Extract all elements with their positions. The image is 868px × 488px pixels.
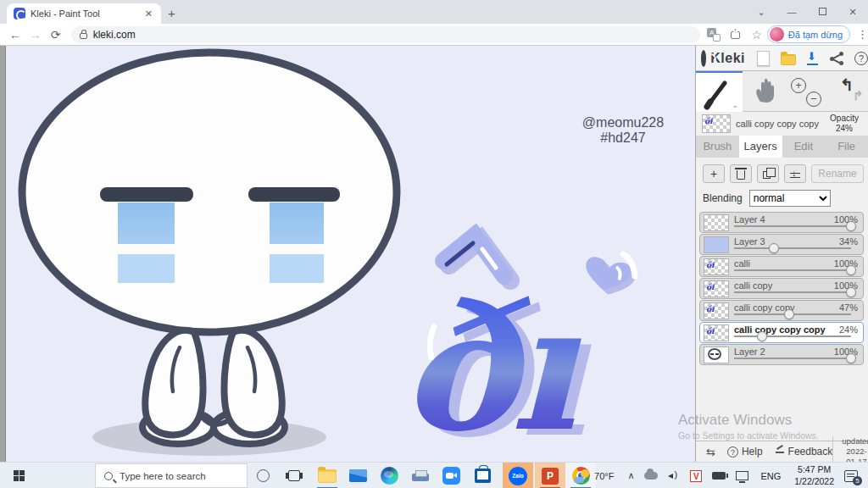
feedback-button[interactable]: Feedback xyxy=(775,446,833,458)
volume-icon[interactable] xyxy=(668,471,680,481)
zoom-out-button[interactable]: − xyxy=(806,92,821,107)
opacity-slider[interactable] xyxy=(734,225,851,227)
rename-layer-button[interactable]: Rename xyxy=(811,164,864,183)
start-button[interactable] xyxy=(0,463,39,488)
tab-file[interactable]: File xyxy=(825,136,868,158)
hidden-icons-chevron-icon[interactable]: ∧ xyxy=(627,470,634,481)
tab-layers[interactable]: Layers xyxy=(739,136,782,158)
battery-icon[interactable] xyxy=(712,472,726,480)
blending-select[interactable]: normal xyxy=(749,190,831,207)
onedrive-icon[interactable] xyxy=(644,472,658,480)
layer-row[interactable]: Layer 2 100% xyxy=(699,344,864,365)
download-icon[interactable] xyxy=(807,51,819,66)
browser-menu-icon[interactable]: ⋮ xyxy=(857,28,868,41)
layer-row[interactable]: ồi calli copy copy 47% xyxy=(699,300,864,321)
opacity-slider[interactable] xyxy=(734,313,851,315)
zalo-icon: Zalo xyxy=(509,467,527,485)
redo-button[interactable]: ↱ xyxy=(853,88,864,103)
layer-row-selected[interactable]: ồi calli copy copy copy 24% xyxy=(699,322,864,343)
mini-face-icon xyxy=(708,348,721,360)
merge-layer-button[interactable] xyxy=(784,164,806,183)
brush-options-chevron-icon[interactable]: ⌄ xyxy=(732,101,738,109)
unikey-icon[interactable]: V xyxy=(690,470,702,482)
opacity-slider[interactable] xyxy=(734,269,851,271)
open-folder-icon[interactable] xyxy=(781,54,796,65)
cortana-button[interactable] xyxy=(257,469,270,482)
close-button[interactable]: ✕ xyxy=(837,7,868,18)
window-controls: ⌄ — ✕ xyxy=(746,0,868,24)
hand-icon xyxy=(754,78,777,103)
hand-tool-button[interactable] xyxy=(754,78,777,105)
edge-icon xyxy=(381,467,398,485)
notification-center-button[interactable]: 5 xyxy=(844,470,858,482)
delete-layer-button[interactable] xyxy=(730,164,752,183)
forward-button[interactable]: → xyxy=(25,28,46,42)
maximize-button[interactable] xyxy=(807,7,837,17)
browser-tab[interactable]: Kleki - Paint Tool ✕ xyxy=(7,3,161,24)
taskbar-search[interactable]: Type here to search xyxy=(95,463,248,488)
layer-row[interactable]: Layer 3 34% xyxy=(699,234,864,255)
character-head xyxy=(22,53,397,332)
help-button[interactable]: ? Help xyxy=(727,446,763,458)
powerpoint-button[interactable]: P xyxy=(535,463,565,488)
task-view-button[interactable] xyxy=(288,470,300,481)
avatar xyxy=(770,27,784,42)
translate-icon[interactable]: A xyxy=(707,28,721,42)
share-image-icon[interactable] xyxy=(830,52,843,65)
question-icon: ? xyxy=(727,446,738,458)
new-image-icon[interactable] xyxy=(757,51,770,66)
zalo-button[interactable]: Zalo xyxy=(503,463,533,488)
search-icon xyxy=(104,472,113,480)
back-button[interactable]: ← xyxy=(5,28,25,42)
paint-canvas[interactable]: @meomu228 #hd247 ðı ðı xyxy=(6,46,695,462)
printer-icon xyxy=(412,470,429,482)
layer-row[interactable]: ồi calli copy 100% xyxy=(699,278,864,299)
url-text: kleki.com xyxy=(93,29,136,41)
mail-button[interactable] xyxy=(342,465,373,486)
bookmark-star-icon[interactable]: ☆ xyxy=(751,28,762,42)
active-layer-thumbnail[interactable]: ồi xyxy=(702,114,731,133)
trash-icon xyxy=(737,170,745,180)
printer-app-button[interactable] xyxy=(405,465,436,486)
active-layer-info: ồi calli copy copy copy Opacity 24% xyxy=(696,112,868,136)
zoom-app-icon xyxy=(442,467,460,485)
network-icon[interactable] xyxy=(736,471,748,480)
store-button[interactable] xyxy=(467,465,498,486)
profile-sync-paused-button[interactable]: Đã tạm dừng xyxy=(767,25,850,43)
powerpoint-icon: P xyxy=(542,468,559,485)
temperature[interactable]: 70°F xyxy=(594,471,614,481)
clock[interactable]: 5:47 PM 1/22/2022 xyxy=(794,464,834,487)
weather-icon[interactable] xyxy=(574,469,589,483)
tab-edit[interactable]: Edit xyxy=(782,136,826,158)
minimize-button[interactable]: — xyxy=(776,7,807,17)
layer-row[interactable]: Layer 4 100% xyxy=(699,212,864,233)
add-layer-button[interactable]: + xyxy=(703,164,725,183)
undo-button[interactable]: ↰ xyxy=(840,75,854,95)
address-bar[interactable]: kleki.com xyxy=(71,26,701,43)
zoom-in-button[interactable]: + xyxy=(791,78,806,93)
tab-search-chevron-icon[interactable]: ⌄ xyxy=(746,7,776,18)
svg-text:ðı: ðı xyxy=(401,266,582,462)
layer-row[interactable]: ồi calli 100% xyxy=(699,256,864,277)
zoom-app-button[interactable] xyxy=(436,465,466,486)
opacity-slider[interactable] xyxy=(734,336,851,337)
duplicate-layer-button[interactable] xyxy=(757,164,779,183)
share-icon[interactable] xyxy=(729,28,743,42)
kleki-header: Kleki ? xyxy=(696,46,868,71)
opacity-slider[interactable] xyxy=(734,291,851,293)
brush-tool-button[interactable]: ⌄ xyxy=(696,71,743,112)
reload-button[interactable]: ⟳ xyxy=(46,28,66,42)
pen-icon xyxy=(775,447,785,456)
tab-close-icon[interactable]: ✕ xyxy=(143,8,154,19)
canvas-edge xyxy=(0,46,6,462)
tab-brush[interactable]: Brush xyxy=(696,136,739,158)
help-icon[interactable]: ? xyxy=(854,52,868,65)
edge-button[interactable] xyxy=(374,465,404,486)
file-explorer-button[interactable] xyxy=(312,465,342,486)
language-indicator[interactable]: ENG xyxy=(760,471,781,481)
swap-colors-icon[interactable]: ⇆ xyxy=(706,446,715,458)
new-tab-button[interactable]: + xyxy=(168,6,175,20)
opacity-slider[interactable] xyxy=(734,358,851,359)
layer-thumbnail xyxy=(704,347,729,363)
opacity-slider[interactable] xyxy=(734,247,851,249)
